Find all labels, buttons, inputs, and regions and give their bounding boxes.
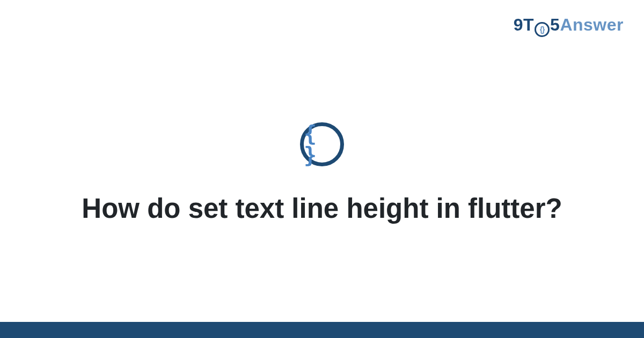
main-content: { } How do set text line height in flutt…: [0, 0, 644, 321]
braces-glyph: { }: [304, 123, 340, 166]
bottom-accent-bar: [0, 322, 644, 338]
code-braces-icon: { }: [300, 122, 344, 166]
question-title: How do set text line height in flutter?: [82, 192, 562, 225]
